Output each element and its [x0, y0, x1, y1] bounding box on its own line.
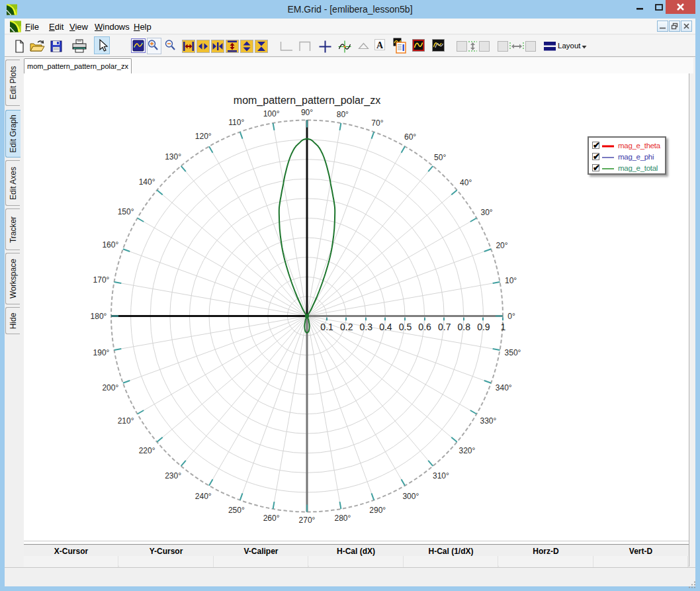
svg-text:70°: 70°: [371, 118, 383, 128]
svg-text:230°: 230°: [165, 471, 181, 480]
svg-text:120°: 120°: [195, 132, 212, 141]
svg-text:340°: 340°: [496, 383, 512, 392]
svg-text:300°: 300°: [402, 492, 419, 501]
svg-text:240°: 240°: [195, 492, 212, 501]
svg-text:330°: 330°: [480, 416, 496, 426]
svg-text:310°: 310°: [433, 471, 449, 480]
svg-text:190°: 190°: [93, 348, 110, 357]
svg-text:140°: 140°: [139, 177, 155, 187]
svg-text:20°: 20°: [496, 241, 507, 250]
svg-text:A: A: [376, 40, 384, 50]
svg-text:200°: 200°: [102, 383, 118, 392]
svg-text:180°: 180°: [91, 312, 107, 321]
svg-text:60°: 60°: [404, 132, 416, 142]
svg-text:110°: 110°: [228, 118, 244, 127]
svg-text:280°: 280°: [334, 514, 351, 523]
svg-text:mom_pattern_pattern_polar_zx: mom_pattern_pattern_polar_zx: [234, 95, 380, 107]
svg-text:250°: 250°: [228, 506, 245, 515]
svg-text:0.1: 0.1: [320, 322, 333, 332]
svg-text:1: 1: [501, 322, 506, 332]
svg-text:30°: 30°: [481, 208, 493, 217]
svg-text:350°: 350°: [505, 348, 521, 357]
svg-text:0.8: 0.8: [458, 322, 471, 332]
svg-text:290°: 290°: [369, 506, 386, 515]
svg-text:90°: 90°: [301, 108, 313, 117]
svg-text:50°: 50°: [434, 153, 446, 162]
svg-text:270°: 270°: [299, 516, 316, 525]
svg-text:210°: 210°: [118, 416, 134, 426]
svg-text:0.2: 0.2: [340, 322, 353, 332]
svg-text:0.4: 0.4: [379, 322, 392, 332]
svg-text:150°: 150°: [118, 207, 134, 216]
svg-text:0.3: 0.3: [360, 322, 373, 332]
svg-text:0.9: 0.9: [477, 322, 490, 332]
svg-text:130°: 130°: [165, 152, 181, 161]
svg-text:320°: 320°: [459, 446, 475, 455]
svg-text:220°: 220°: [139, 446, 155, 455]
svg-text:260°: 260°: [263, 514, 280, 523]
svg-text:0.5: 0.5: [399, 322, 412, 332]
svg-text:10°: 10°: [505, 276, 517, 285]
svg-text:170°: 170°: [93, 275, 110, 285]
svg-text:0°: 0°: [507, 312, 515, 321]
svg-text:80°: 80°: [337, 110, 349, 119]
svg-text:0.6: 0.6: [418, 322, 431, 332]
svg-text:0.7: 0.7: [438, 322, 451, 332]
svg-text:100°: 100°: [263, 109, 280, 118]
svg-text:40°: 40°: [460, 178, 472, 187]
svg-text:160°: 160°: [102, 240, 118, 250]
